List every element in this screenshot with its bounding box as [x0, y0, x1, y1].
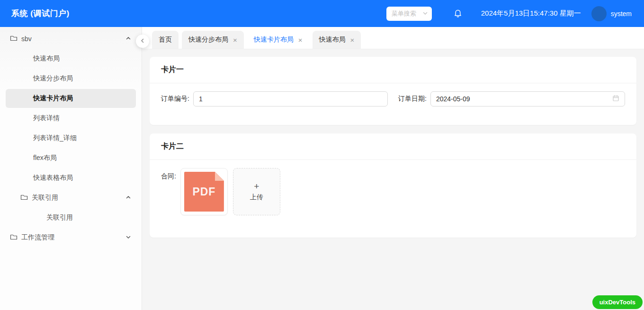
order-date-input-wrap [430, 91, 625, 106]
card-title: 卡片一 [150, 57, 636, 83]
folder-icon [20, 194, 28, 203]
sidebar-folder-sbv[interactable]: sbv [6, 29, 136, 48]
order-number-input[interactable] [199, 95, 382, 103]
plus-icon: + [254, 182, 259, 191]
sidebar-item-list-detail[interactable]: 列表详情 [6, 109, 136, 128]
tab-label: 首页 [159, 35, 172, 44]
tab-quick-step-layout[interactable]: 快速分步布局 × [182, 31, 244, 49]
chevron-left-icon [140, 37, 145, 45]
sidebar-item-label: 列表详情_详细 [33, 134, 77, 142]
order-date-input[interactable] [436, 95, 608, 103]
pdf-file-icon: PDF [184, 172, 224, 212]
chevron-down-icon[interactable] [125, 234, 131, 241]
close-icon[interactable]: × [350, 36, 355, 44]
chevron-up-icon[interactable] [125, 194, 131, 202]
order-date-label: 订单日期: [398, 95, 427, 103]
app-header: 系统 (调试门户) 菜单搜索 2024年5月13日15:47:30 星期一 sy… [0, 0, 644, 27]
calendar-icon[interactable] [612, 95, 619, 103]
sidebar-item-label: 快速分步布局 [33, 74, 73, 83]
tab-quick-card-layout[interactable]: 快速卡片布局 × [247, 31, 309, 49]
devtools-button[interactable]: uixDevTools [592, 295, 643, 309]
menu-search-select[interactable]: 菜单搜索 [386, 7, 432, 21]
sidebar-folder-relation-ref[interactable]: 关联引用 [6, 188, 136, 207]
folder-icon [10, 233, 18, 242]
order-date-field: 订单日期: [398, 91, 625, 106]
tab-label: 快速布局 [319, 35, 346, 44]
sidebar-item-flex-layout[interactable]: flex布局 [6, 149, 136, 168]
tab-home[interactable]: 首页 [152, 31, 179, 49]
sidebar-item-label: 工作流管理 [21, 233, 54, 242]
sidebar-collapse-button[interactable] [136, 35, 149, 48]
chevron-up-icon[interactable] [125, 35, 131, 43]
tab-bar: 首页 快速分步布局 × 快速卡片布局 × 快速布局 × [142, 27, 644, 49]
tab-quick-layout[interactable]: 快速布局 × [313, 31, 361, 49]
upload-button[interactable]: + 上传 [233, 168, 280, 215]
tab-label: 快速卡片布局 [254, 35, 294, 44]
sidebar-item-list-detail-detail[interactable]: 列表详情_详细 [6, 129, 136, 148]
folder-icon [10, 35, 18, 44]
avatar[interactable] [591, 6, 607, 21]
contract-label: 合同: [161, 172, 176, 181]
card-title: 卡片二 [150, 133, 636, 160]
card-one: 卡片一 订单编号: 订单日期: [150, 57, 636, 125]
sidebar-item-label: 快速卡片布局 [33, 94, 73, 103]
upload-button-label: 上传 [250, 193, 263, 202]
sidebar-item-quick-card-layout[interactable]: 快速卡片布局 [6, 89, 136, 108]
sidebar-item-label: flex布局 [33, 154, 57, 162]
pdf-badge: PDF [192, 186, 215, 198]
app-title: 系统 (调试门户) [11, 8, 70, 19]
sidebar-item-label: sbv [21, 35, 32, 43]
sidebar-item-label: 列表详情 [33, 114, 60, 123]
close-icon[interactable]: × [298, 36, 303, 44]
sidebar-item-label: 快速表格布局 [33, 174, 73, 182]
username: system [611, 10, 632, 18]
sidebar-item-label: 快速布局 [33, 54, 60, 63]
sidebar-item-label: 关联引用 [32, 194, 58, 202]
order-number-label: 订单编号: [161, 95, 189, 103]
main-area: 首页 快速分步布局 × 快速卡片布局 × 快速布局 × 卡片一 订单编号: [142, 27, 644, 310]
order-number-input-wrap [193, 91, 388, 106]
chevron-down-icon [422, 10, 428, 18]
tab-label: 快速分步布局 [188, 35, 228, 44]
order-number-field: 订单编号: [161, 91, 388, 106]
header-datetime: 2024年5月13日15:47:30 星期一 [481, 9, 581, 18]
pdf-fold-corner [215, 172, 224, 181]
sidebar-item-label: 关联引用 [46, 213, 73, 222]
sidebar-folder-workflow[interactable]: 工作流管理 [6, 228, 136, 247]
sidebar-item-relation-ref[interactable]: 关联引用 [6, 208, 136, 227]
sidebar-item-quick-layout[interactable]: 快速布局 [6, 49, 136, 68]
menu-search-placeholder: 菜单搜索 [392, 9, 422, 18]
notification-bell-icon[interactable] [453, 9, 463, 18]
page-content: 卡片一 订单编号: 订单日期: [142, 49, 644, 310]
close-icon[interactable]: × [233, 36, 237, 44]
sidebar: sbv 快速布局 快速分步布局 快速卡片布局 列表详情 列表详情_详细 flex… [0, 27, 142, 310]
card-two: 卡片二 合同: PDF + 上传 [150, 133, 636, 238]
sidebar-item-quick-table-layout[interactable]: 快速表格布局 [6, 168, 136, 187]
sidebar-item-quick-step-layout[interactable]: 快速分步布局 [6, 69, 136, 88]
uploaded-pdf-file[interactable]: PDF [180, 168, 228, 215]
